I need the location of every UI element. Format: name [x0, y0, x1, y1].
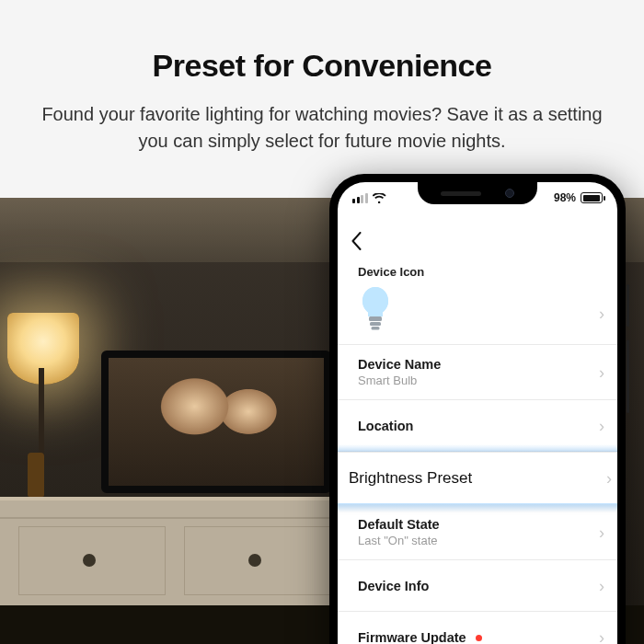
default-state-value: Last "On" state [358, 534, 586, 547]
chevron-right-icon: › [599, 576, 604, 595]
wifi-icon [373, 193, 386, 203]
row-brightness-preset[interactable]: Brightness Preset › [338, 452, 617, 505]
phone-screen: 98% Device Icon [338, 182, 617, 644]
row-location[interactable]: Location › [338, 400, 617, 452]
page-subtitle: Found your favorite lighting for watchin… [37, 101, 607, 155]
chevron-right-icon: › [606, 469, 612, 489]
svg-rect-1 [369, 316, 382, 321]
chevron-right-icon: › [599, 362, 604, 382]
device-icon-label: Device Icon [338, 259, 617, 282]
svg-rect-2 [370, 322, 381, 326]
row-default-state[interactable]: Default State Last "On" state › [338, 505, 617, 560]
nav-bar [338, 226, 617, 259]
tv-icon [101, 351, 331, 493]
cellular-icon [352, 193, 368, 203]
update-dot-icon [476, 635, 482, 641]
bulb-icon [358, 284, 393, 334]
phone-frame: 98% Device Icon [329, 174, 626, 644]
settings-app: Device Icon › Device Name [338, 182, 617, 644]
default-state-label: Default State [358, 517, 586, 532]
phone-notch [418, 182, 537, 204]
device-name-value: Smart Bulb [358, 374, 586, 387]
device-name-label: Device Name [358, 357, 586, 372]
brightness-preset-label: Brightness Preset [349, 469, 592, 488]
chevron-right-icon: › [599, 416, 604, 435]
battery-icon [581, 192, 603, 203]
row-device-info[interactable]: Device Info › [338, 560, 617, 612]
chevron-right-icon: › [599, 627, 604, 644]
device-info-label: Device Info [358, 579, 586, 593]
row-device-name[interactable]: Device Name Smart Bulb › [338, 345, 617, 400]
svg-rect-3 [372, 327, 380, 330]
battery-percent: 98% [554, 191, 576, 204]
chevron-right-icon: › [599, 523, 604, 542]
firmware-update-label: Firmware Update [358, 630, 466, 645]
page-title: Preset for Convenience [0, 48, 644, 84]
credenza [0, 497, 368, 607]
row-device-icon[interactable]: › [338, 282, 617, 345]
row-firmware-update[interactable]: Firmware Update › [338, 612, 617, 644]
chevron-right-icon: › [599, 304, 604, 323]
back-button[interactable] [351, 232, 362, 254]
location-label: Location [358, 419, 586, 433]
marketing-stage: Preset for Convenience Found your favori… [0, 0, 644, 644]
